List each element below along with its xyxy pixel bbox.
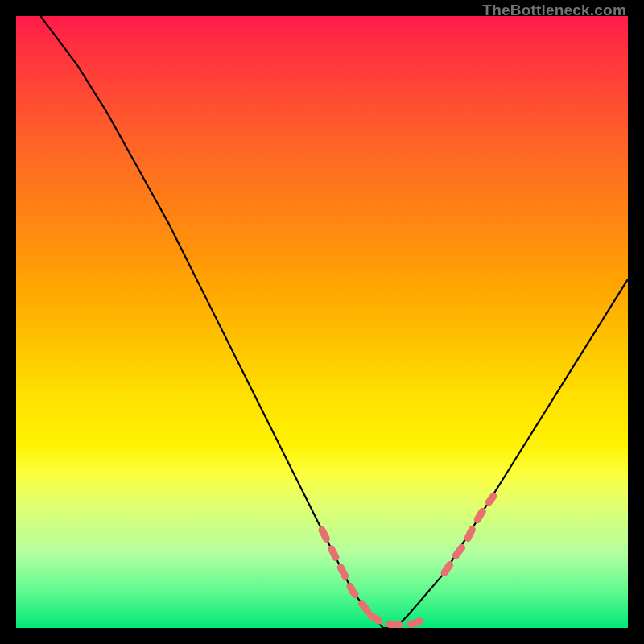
watermark-text: TheBottleneck.com	[482, 2, 626, 19]
series-primary-curve	[40, 16, 628, 628]
chart-curves	[16, 16, 628, 628]
chart-container: TheBottleneck.com	[0, 0, 644, 644]
series-marker-band-bottom	[371, 616, 426, 625]
plot-area	[16, 16, 628, 628]
